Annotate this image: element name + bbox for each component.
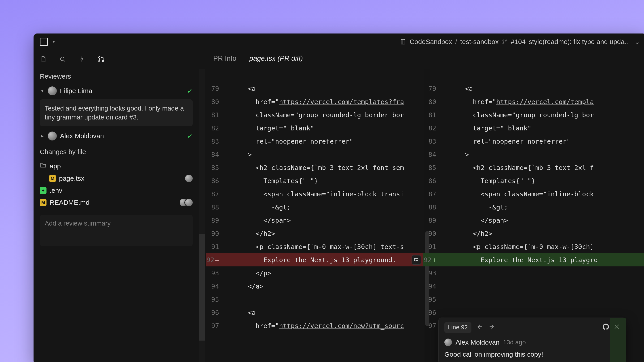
code-text: href="https://vercel.com/new?utm_sourc: [224, 322, 404, 330]
code-line[interactable]: 90 </h2>: [423, 227, 644, 240]
changes-heading: Changes by file: [34, 147, 199, 160]
file-row[interactable]: + .env: [34, 184, 199, 197]
code-text: Templates{" "}: [224, 177, 318, 185]
prev-comment-arrow-icon[interactable]: [476, 323, 483, 332]
content-tabs: PR Info page.tsx (PR diff): [199, 50, 644, 69]
code-line[interactable]: 81 className="group rounded-lg bor: [423, 108, 644, 121]
code-line[interactable]: 93 </p>: [206, 266, 423, 280]
line-number: 97: [206, 322, 224, 330]
code-text: >: [442, 151, 469, 158]
line-number: 82: [423, 124, 442, 132]
file-icon[interactable]: [40, 56, 47, 64]
code-line[interactable]: 93: [423, 266, 644, 280]
svg-point-4: [60, 57, 64, 61]
code-text: rel="noopener noreferrer": [442, 138, 570, 145]
code-line[interactable]: [423, 69, 644, 82]
file-status-modified-icon: M: [49, 175, 56, 182]
folder-row[interactable]: app: [34, 160, 199, 172]
code-line[interactable]: 85 <h2 className={`mb-3 text-2xl f: [423, 161, 644, 174]
code-line[interactable]: 79 <a: [423, 82, 644, 95]
line-number: 82: [206, 124, 224, 132]
reviewer-row[interactable]: ▸ Alex Moldovan ✓: [34, 129, 199, 143]
code-line[interactable]: 87 <span className="inline-block: [423, 187, 644, 201]
search-icon[interactable]: [59, 56, 66, 64]
pull-request-icon[interactable]: [98, 55, 105, 64]
comment-author: Alex Moldovan: [456, 339, 500, 346]
breadcrumb-pr-number: #104: [511, 38, 526, 45]
code-line[interactable]: 81 className="group rounded-lg border bo…: [206, 108, 423, 121]
line-number: 86: [423, 177, 442, 185]
svg-point-5: [81, 58, 83, 60]
svg-point-3: [503, 43, 504, 44]
file-row[interactable]: M page.tsx: [34, 172, 199, 184]
code-line[interactable]: 91 <p className={`m-0 max-w-[30ch] text-…: [206, 240, 423, 253]
code-line[interactable]: 89 </span>: [423, 214, 644, 227]
code-line[interactable]: 83 rel="noopener noreferrer": [206, 135, 423, 148]
add-comment-button[interactable]: [412, 255, 421, 265]
code-line[interactable]: [206, 69, 423, 82]
tab-diff[interactable]: page.tsx (PR diff): [249, 54, 303, 62]
review-summary-input[interactable]: Add a review summary: [40, 215, 193, 246]
code-line[interactable]: 88 -&gt;: [423, 201, 644, 214]
code-text: <span className="inline-block: [442, 190, 598, 198]
code-line[interactable]: 94 </a>: [206, 280, 423, 293]
code-line[interactable]: 79 <a: [206, 82, 423, 95]
code-line[interactable]: 96 <a: [206, 306, 423, 319]
breadcrumb-pr-title: style(readme): fix typo and upda…: [529, 38, 631, 45]
line-number: 96: [206, 309, 224, 317]
workspace-dropdown-chevron-icon[interactable]: ▾: [53, 39, 55, 44]
code-line[interactable]: 90 </h2>: [206, 227, 423, 240]
folder-open-icon: [40, 162, 46, 170]
code-line[interactable]: 97 href="https://vercel.com/new?utm_sour…: [206, 319, 423, 332]
chevron-down-icon[interactable]: ▾: [40, 88, 45, 94]
code-line[interactable]: 87 <span className="inline-block transi: [206, 187, 423, 201]
code-text: href="https://vercel.com/templa: [442, 98, 594, 106]
code-line[interactable]: 88 -&gt;: [206, 201, 423, 214]
line-number: 83: [206, 138, 224, 145]
code-line[interactable]: 85 <h2 className={`mb-3 text-2xl font-se…: [206, 161, 423, 174]
line-chip[interactable]: Line 92: [444, 322, 472, 333]
code-line[interactable]: 86 Templates{" "}: [423, 174, 644, 187]
line-number: 87: [423, 190, 442, 198]
file-row[interactable]: M README.md: [34, 197, 199, 209]
diff-left-column: 79 <a80 href="https://vercel.com/templat…: [199, 69, 423, 362]
tab-pr-info[interactable]: PR Info: [213, 54, 236, 62]
code-line[interactable]: 91 <p className={`m-0 max-w-[30ch]: [423, 240, 644, 253]
code-line[interactable]: 84 >: [423, 148, 644, 161]
breadcrumb[interactable]: CodeSandbox / test-sandbox #104 style(re…: [400, 38, 640, 45]
code-text: <p className={`m-0 max-w-[30ch]: [442, 243, 594, 251]
code-line[interactable]: 82 target="_blank": [423, 121, 644, 135]
github-icon[interactable]: [602, 323, 609, 332]
app-logo-icon[interactable]: [40, 38, 48, 46]
code-text: -&gt;: [224, 203, 291, 211]
breadcrumb-chevron-icon[interactable]: ⌄: [634, 38, 640, 45]
chevron-right-icon[interactable]: ▸: [40, 133, 45, 139]
app-window: ▾ CodeSandbox / test-sandbox #104 style(…: [34, 33, 644, 362]
line-number: 89: [206, 217, 224, 224]
code-text: >: [224, 151, 252, 158]
code-line[interactable]: 92 Explore the Next.js 13 playground.: [206, 253, 423, 266]
line-number: 79: [206, 85, 224, 92]
code-line[interactable]: 95: [206, 293, 423, 306]
approved-check-icon: ✓: [187, 132, 193, 140]
left-minimap[interactable]: [199, 69, 205, 362]
code-line[interactable]: 82 target="_blank": [206, 121, 423, 135]
code-line[interactable]: 94: [423, 280, 644, 293]
code-line[interactable]: 84 >: [206, 148, 423, 161]
code-line[interactable]: 95: [423, 293, 644, 306]
comment-body: Good call on improving this copy!: [444, 351, 620, 358]
code-line[interactable]: 96: [423, 306, 644, 319]
code-line[interactable]: 80 href="https://vercel.com/templa: [423, 95, 644, 108]
code-line[interactable]: 86 Templates{" "}: [206, 174, 423, 187]
next-comment-arrow-icon[interactable]: [488, 323, 496, 332]
code-line[interactable]: 89 </span>: [206, 214, 423, 227]
code-line[interactable]: 92 Explore the Next.js 13 playgro: [423, 253, 644, 266]
line-number: 85: [206, 164, 224, 172]
reviewer-row[interactable]: ▾ Filipe Lima ✓: [34, 84, 199, 98]
line-number: 84: [206, 151, 224, 158]
file-commenters: [187, 175, 193, 182]
git-commit-icon[interactable]: [78, 56, 86, 64]
code-line[interactable]: 80 href="https://vercel.com/templates?fr…: [206, 95, 423, 108]
code-line[interactable]: 83 rel="noopener noreferrer": [423, 135, 644, 148]
git-branch-icon: [502, 39, 508, 45]
